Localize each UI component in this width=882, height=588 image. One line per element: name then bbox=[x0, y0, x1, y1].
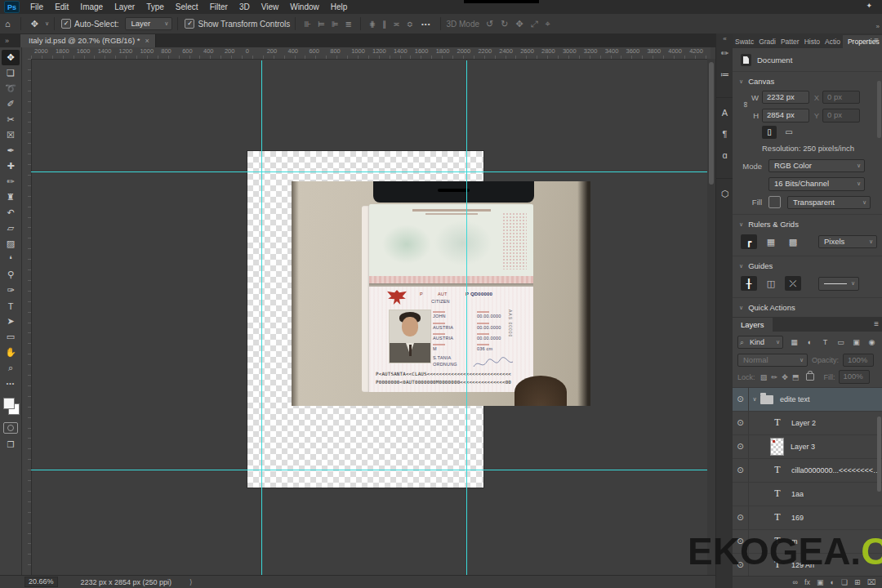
screen-mode-button[interactable]: ❐ bbox=[7, 440, 15, 449]
tool-brush-button[interactable]: ✏ bbox=[2, 174, 20, 189]
lock-option-icon[interactable]: ✏ bbox=[769, 373, 780, 381]
expand-panels-icon[interactable]: » bbox=[876, 23, 880, 30]
align-icon[interactable]: ⊪ bbox=[304, 20, 311, 29]
color-mode-dropdown[interactable]: RGB Color bbox=[768, 159, 865, 172]
more-options-icon[interactable]: ••• bbox=[416, 20, 435, 28]
menu-item[interactable]: File bbox=[24, 0, 49, 14]
mixer-brush-panel-icon[interactable]: ≔ bbox=[717, 68, 733, 81]
toggle-transparency-grid-button[interactable]: ▩ bbox=[785, 234, 801, 249]
menu-item[interactable]: Edit bbox=[49, 0, 74, 14]
color-swatches[interactable] bbox=[2, 398, 19, 416]
fill-swatch[interactable] bbox=[768, 196, 781, 208]
layer-mask-icon[interactable]: ▣ bbox=[817, 578, 824, 586]
visibility-eye-icon[interactable] bbox=[733, 435, 749, 458]
menu-item[interactable]: Select bbox=[170, 0, 204, 14]
panel-tab[interactable]: Patter bbox=[778, 35, 802, 48]
libraries-panel-icon[interactable]: ⬡ bbox=[716, 178, 733, 200]
tool-object-selection-button[interactable]: ✐ bbox=[2, 96, 20, 112]
layer-row-layer-group-edite-text[interactable]: ∨ edite text bbox=[733, 388, 882, 412]
lock-guides-button[interactable]: ◫ bbox=[763, 276, 779, 291]
auto-select-target-dropdown[interactable]: Layer bbox=[125, 17, 172, 30]
new-group-icon[interactable]: ❏ bbox=[841, 578, 848, 586]
tool-pen-button[interactable]: ✑ bbox=[2, 283, 20, 298]
guide-style-dropdown[interactable] bbox=[818, 277, 859, 291]
new-layer-icon[interactable]: ⊞ bbox=[854, 578, 861, 586]
tool-rectangle-button[interactable]: ▭ bbox=[2, 329, 20, 345]
fill-opacity-field[interactable]: 100% bbox=[839, 370, 870, 383]
panel-menu-icon[interactable]: ≡ bbox=[874, 36, 879, 45]
brush-settings-panel-icon[interactable]: ✏ bbox=[717, 47, 733, 60]
paragraph-panel-icon[interactable]: ¶ bbox=[717, 127, 733, 140]
align-icon[interactable]: ≣ bbox=[345, 20, 351, 29]
auto-select-checkbox[interactable] bbox=[61, 19, 71, 29]
tool-history-brush-button[interactable]: ↶ bbox=[2, 205, 20, 220]
tool-eraser-button[interactable]: ▱ bbox=[2, 220, 20, 236]
tool-blur-button[interactable]: ❛ bbox=[2, 252, 20, 267]
menu-item[interactable]: Filter bbox=[204, 0, 234, 14]
lock-option-icon[interactable]: ⬒ bbox=[791, 373, 801, 381]
close-tab-icon[interactable]: × bbox=[145, 37, 149, 45]
tool-clone-stamp-button[interactable]: ♜ bbox=[2, 189, 20, 205]
visibility-eye-icon[interactable] bbox=[733, 506, 749, 529]
tool-frame-button[interactable]: ☒ bbox=[2, 127, 20, 143]
layer-name[interactable]: Layer 3 bbox=[791, 443, 815, 451]
menu-item[interactable]: Layer bbox=[109, 0, 140, 14]
tool-zoom-button[interactable]: ⌕ bbox=[2, 360, 20, 376]
3d-mode-icon[interactable]: ⌖ bbox=[545, 19, 550, 29]
tool-move-button[interactable]: ✥ bbox=[2, 50, 20, 65]
height-field[interactable]: 2854 px bbox=[762, 109, 809, 122]
show-transform-checkbox[interactable] bbox=[185, 19, 194, 29]
delete-layer-icon[interactable]: ⌧ bbox=[867, 578, 875, 586]
toggle-guides-button[interactable]: ╂ bbox=[741, 276, 757, 291]
tool-type-button[interactable]: T bbox=[2, 298, 20, 314]
distribute-icon[interactable]: ≍ bbox=[393, 20, 399, 29]
layer-row-layer-2[interactable]: Layer 2 bbox=[733, 412, 882, 435]
layer-row-layer-1aa[interactable]: 1aa bbox=[733, 483, 882, 506]
3d-mode-icon[interactable]: ✥ bbox=[515, 19, 523, 29]
layer-filter-icon[interactable]: ▭ bbox=[834, 335, 848, 349]
distribute-icon[interactable]: ⋕ bbox=[369, 20, 376, 29]
tool-spot-healing-button[interactable]: ✚ bbox=[2, 158, 20, 174]
menu-item[interactable]: Image bbox=[74, 0, 109, 14]
canvas-vertical-scrollbar[interactable] bbox=[707, 59, 715, 576]
layer-row-layer-169[interactable]: 169 bbox=[733, 506, 882, 530]
rulers-grids-section-header[interactable]: ∨Rulers & Grids bbox=[733, 214, 882, 232]
layers-menu-icon[interactable]: ≡ bbox=[874, 319, 879, 328]
tool-edit-toolbar-button[interactable]: ••• bbox=[2, 376, 20, 391]
y-field[interactable]: 0 px bbox=[822, 109, 860, 122]
status-chevron-icon[interactable]: ⟩ bbox=[189, 578, 193, 586]
tool-dodge-button[interactable]: ⚲ bbox=[2, 267, 20, 283]
glyphs-panel-icon[interactable]: ɑ bbox=[717, 149, 733, 162]
layer-name[interactable]: edite text bbox=[780, 395, 810, 403]
panel-tab[interactable]: Actio bbox=[822, 35, 843, 48]
vertical-guide-1[interactable] bbox=[261, 60, 262, 576]
canvas-section-header[interactable]: ∨Canvas bbox=[733, 71, 882, 89]
visibility-eye-icon[interactable] bbox=[733, 388, 749, 411]
3d-mode-icon[interactable]: ⤢ bbox=[531, 19, 538, 29]
quick-mask-button[interactable] bbox=[3, 422, 18, 434]
titlebar-icon[interactable]: ✦ bbox=[866, 2, 872, 10]
layer-name[interactable]: cilla0000000...<<<<<<<<0 d bbox=[791, 466, 882, 474]
3d-mode-icon[interactable]: ↺ bbox=[486, 19, 493, 29]
toggle-rulers-button[interactable]: ┏ bbox=[741, 234, 757, 249]
layer-effects-icon[interactable]: fx bbox=[804, 578, 810, 586]
menu-item[interactable]: Type bbox=[140, 0, 170, 14]
clear-guides-button[interactable]: ⤫ bbox=[785, 276, 801, 291]
move-tool-icon[interactable]: ✥ bbox=[26, 19, 43, 29]
panel-tab[interactable]: Swatc bbox=[733, 35, 756, 48]
landscape-orientation-button[interactable]: ▭ bbox=[782, 126, 796, 139]
tool-gradient-button[interactable]: ▨ bbox=[2, 236, 20, 252]
tool-crop-button[interactable]: ✂ bbox=[2, 112, 20, 127]
align-icon[interactable]: ⊨ bbox=[318, 20, 325, 29]
home-icon[interactable]: ⌂ bbox=[0, 19, 16, 29]
layer-filter-icon[interactable]: ◉ bbox=[865, 335, 879, 349]
horizontal-guide-2[interactable] bbox=[31, 470, 707, 470]
lock-option-icon[interactable]: ▨ bbox=[759, 373, 769, 381]
passport-photo-layer[interactable]: P AUT P QD00000 CITIZEN JOHN AUSTRIA AUS… bbox=[292, 181, 590, 406]
opacity-field[interactable]: 100% bbox=[843, 354, 874, 367]
menu-item[interactable]: Help bbox=[325, 0, 354, 14]
zoom-level-field[interactable]: 20.66% bbox=[24, 577, 58, 587]
filter-kind-dropdown[interactable]: Kind bbox=[737, 336, 783, 349]
fill-dropdown[interactable]: Transparent bbox=[787, 196, 871, 209]
link-dimensions-icon[interactable]: ∞ bbox=[742, 101, 751, 111]
